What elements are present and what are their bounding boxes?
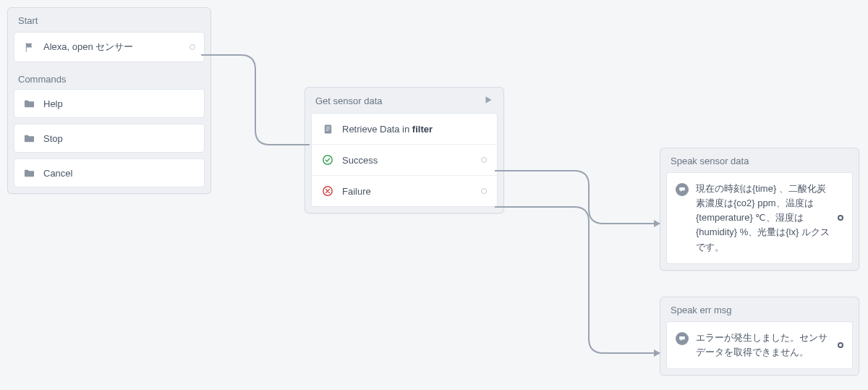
connector-failure-to-err — [495, 201, 663, 360]
retrieve-label: Retrieve Data in filter — [342, 124, 487, 135]
x-circle-icon — [322, 185, 333, 197]
connector-start-to-sensor — [201, 49, 310, 151]
play-icon[interactable] — [483, 95, 493, 107]
command-row-stop[interactable]: Stop — [14, 124, 205, 153]
connector-success-to-speak — [495, 164, 663, 229]
flag-icon — [23, 41, 35, 53]
sensor-title-text: Get sensor data — [315, 96, 383, 106]
speak-text: 現在の時刻は{time} 、二酸化炭素濃度は{co2} ppm、温度は{temp… — [696, 182, 830, 255]
failure-label: Failure — [342, 186, 472, 197]
start-title-text: Start — [18, 15, 38, 26]
err-output-port[interactable] — [838, 342, 843, 348]
retrieve-data-row[interactable]: Retrieve Data in filter — [312, 114, 497, 145]
launch-output-port[interactable] — [190, 44, 195, 50]
err-text: エラーが発生しました。センサデータを取得できません。 — [696, 331, 830, 360]
folder-icon — [23, 98, 35, 109]
command-label: Cancel — [43, 168, 195, 179]
success-label: Success — [342, 155, 472, 166]
err-panel-title: Speak err msg — [660, 297, 859, 321]
command-row-help[interactable]: Help — [14, 89, 205, 118]
commands-title: Commands — [8, 68, 210, 89]
command-label: Help — [43, 98, 195, 109]
folder-icon — [23, 167, 35, 179]
speak-panel: Speak sensor data 現在の時刻は{time} 、二酸化炭素濃度は… — [660, 148, 859, 271]
success-row[interactable]: Success — [312, 145, 497, 176]
err-text-row[interactable]: エラーが発生しました。センサデータを取得できません。 — [666, 321, 853, 369]
svg-rect-2 — [326, 128, 330, 129]
start-panel: Start Alexa, open センサー Commands Help Sto… — [7, 7, 211, 194]
check-circle-icon — [322, 154, 333, 166]
sensor-actions-list: Retrieve Data in filter Success Failure — [311, 113, 498, 207]
command-label: Stop — [43, 133, 195, 144]
start-panel-title: Start — [8, 8, 210, 32]
folder-icon — [23, 132, 35, 144]
retrieve-prefix: Retrieve Data in — [342, 124, 412, 135]
speak-panel-title: Speak sensor data — [660, 148, 859, 172]
failure-row[interactable]: Failure — [312, 176, 497, 206]
svg-rect-3 — [326, 130, 328, 130]
svg-rect-1 — [326, 127, 330, 127]
success-output-port[interactable] — [481, 157, 487, 163]
speech-bubble-icon — [676, 332, 689, 345]
speech-bubble-icon — [676, 183, 689, 196]
launch-phrase-row[interactable]: Alexa, open センサー — [14, 32, 205, 62]
document-icon — [322, 123, 333, 135]
sensor-panel-header: Get sensor data — [305, 88, 503, 113]
speak-text-row[interactable]: 現在の時刻は{time} 、二酸化炭素濃度は{co2} ppm、温度は{temp… — [666, 172, 853, 264]
retrieve-arg: filter — [412, 124, 433, 135]
speak-output-port[interactable] — [838, 215, 843, 221]
launch-phrase-label: Alexa, open センサー — [43, 41, 181, 54]
failure-output-port[interactable] — [481, 188, 487, 194]
sensor-panel: Get sensor data Retrieve Data in filter … — [305, 87, 504, 213]
err-panel: Speak err msg エラーが発生しました。センサデータを取得できません。 — [660, 297, 859, 376]
speak-title-text: Speak sensor data — [671, 156, 749, 166]
err-title-text: Speak err msg — [671, 305, 732, 315]
command-row-cancel[interactable]: Cancel — [14, 158, 205, 187]
